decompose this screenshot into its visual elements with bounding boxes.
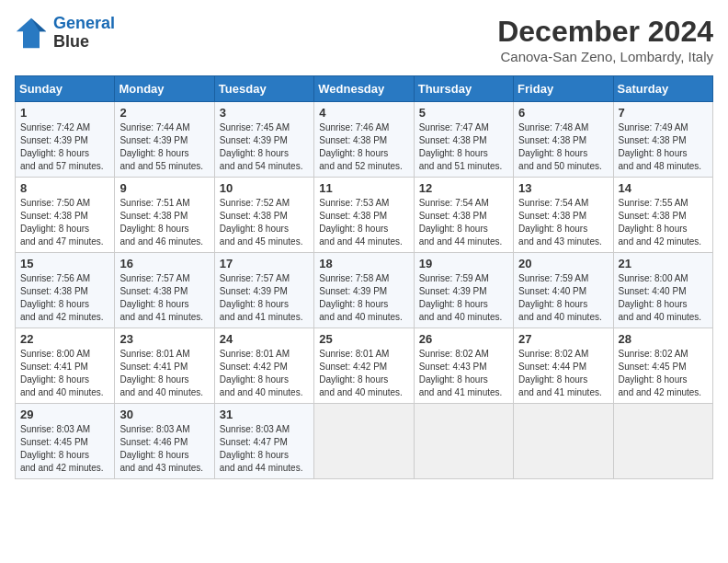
day-cell: 27 Sunrise: 8:02 AMSunset: 4:44 PMDaylig… — [514, 328, 613, 404]
day-number: 5 — [419, 106, 508, 120]
day-info: Sunrise: 7:48 AMSunset: 4:38 PMDaylight:… — [518, 121, 608, 173]
day-number: 26 — [419, 332, 508, 346]
day-number: 23 — [119, 332, 209, 346]
day-info: Sunrise: 8:02 AMSunset: 4:45 PMDaylight:… — [619, 348, 708, 399]
day-number: 30 — [119, 408, 209, 421]
day-number: 27 — [518, 332, 608, 346]
day-cell: 24 Sunrise: 8:01 AMSunset: 4:42 PMDaylig… — [214, 328, 313, 404]
day-cell: 10 Sunrise: 7:52 AMSunset: 4:38 PMDaylig… — [214, 178, 313, 253]
day-number: 24 — [220, 332, 309, 346]
day-info: Sunrise: 7:57 AMSunset: 4:39 PMDaylight:… — [220, 272, 309, 324]
day-cell: 11 Sunrise: 7:53 AMSunset: 4:38 PMDaylig… — [314, 178, 414, 253]
day-number: 12 — [419, 181, 508, 195]
day-info: Sunrise: 8:00 AMSunset: 4:41 PMDaylight:… — [20, 348, 109, 399]
header: General Blue December 2024 Canova-San Ze… — [15, 15, 713, 64]
day-info: Sunrise: 7:49 AMSunset: 4:38 PMDaylight:… — [619, 121, 708, 173]
day-info: Sunrise: 7:56 AMSunset: 4:38 PMDaylight:… — [20, 272, 109, 324]
day-number: 4 — [319, 106, 408, 120]
day-cell: 6 Sunrise: 7:48 AMSunset: 4:38 PMDayligh… — [514, 102, 613, 178]
week-row-3: 15 Sunrise: 7:56 AMSunset: 4:38 PMDaylig… — [16, 253, 713, 328]
weekday-header-monday: Monday — [115, 76, 214, 102]
day-info: Sunrise: 8:03 AMSunset: 4:45 PMDaylight:… — [20, 423, 109, 475]
day-info: Sunrise: 7:52 AMSunset: 4:38 PMDaylight:… — [220, 197, 309, 248]
calendar-body: 1 Sunrise: 7:42 AMSunset: 4:39 PMDayligh… — [16, 102, 713, 479]
day-cell: 1 Sunrise: 7:42 AMSunset: 4:39 PMDayligh… — [16, 102, 115, 178]
weekday-header-saturday: Saturday — [613, 76, 712, 102]
day-info: Sunrise: 7:47 AMSunset: 4:38 PMDaylight:… — [419, 121, 508, 173]
weekday-header-row: SundayMondayTuesdayWednesdayThursdayFrid… — [16, 76, 713, 102]
day-cell: 23 Sunrise: 8:01 AMSunset: 4:41 PMDaylig… — [115, 328, 214, 404]
day-cell: 31 Sunrise: 8:03 AMSunset: 4:47 PMDaylig… — [214, 404, 313, 479]
day-info: Sunrise: 8:01 AMSunset: 4:42 PMDaylight:… — [220, 348, 309, 399]
day-cell: 8 Sunrise: 7:50 AMSunset: 4:38 PMDayligh… — [16, 178, 115, 253]
day-cell: 16 Sunrise: 7:57 AMSunset: 4:38 PMDaylig… — [115, 253, 214, 328]
day-cell: 21 Sunrise: 8:00 AMSunset: 4:40 PMDaylig… — [613, 253, 712, 328]
day-info: Sunrise: 7:57 AMSunset: 4:38 PMDaylight:… — [119, 272, 209, 324]
day-cell — [414, 404, 513, 479]
day-info: Sunrise: 7:44 AMSunset: 4:39 PMDaylight:… — [119, 121, 209, 173]
day-number: 8 — [20, 181, 109, 195]
day-cell: 7 Sunrise: 7:49 AMSunset: 4:38 PMDayligh… — [613, 102, 712, 178]
day-number: 14 — [619, 181, 708, 195]
day-cell: 19 Sunrise: 7:59 AMSunset: 4:39 PMDaylig… — [414, 253, 513, 328]
title-area: December 2024 Canova-San Zeno, Lombardy,… — [497, 15, 713, 64]
weekday-header-wednesday: Wednesday — [314, 76, 414, 102]
week-row-1: 1 Sunrise: 7:42 AMSunset: 4:39 PMDayligh… — [16, 102, 713, 178]
weekday-header-tuesday: Tuesday — [214, 76, 313, 102]
day-number: 29 — [20, 408, 109, 421]
day-cell: 18 Sunrise: 7:58 AMSunset: 4:39 PMDaylig… — [314, 253, 414, 328]
day-cell: 17 Sunrise: 7:57 AMSunset: 4:39 PMDaylig… — [214, 253, 313, 328]
day-cell: 14 Sunrise: 7:55 AMSunset: 4:38 PMDaylig… — [613, 178, 712, 253]
day-info: Sunrise: 8:01 AMSunset: 4:41 PMDaylight:… — [119, 348, 209, 399]
day-number: 22 — [20, 332, 109, 346]
day-cell: 12 Sunrise: 7:54 AMSunset: 4:38 PMDaylig… — [414, 178, 513, 253]
day-info: Sunrise: 8:01 AMSunset: 4:42 PMDaylight:… — [319, 348, 408, 399]
day-info: Sunrise: 7:42 AMSunset: 4:39 PMDaylight:… — [20, 121, 109, 173]
day-cell: 25 Sunrise: 8:01 AMSunset: 4:42 PMDaylig… — [314, 328, 414, 404]
day-number: 1 — [20, 106, 109, 120]
day-cell: 29 Sunrise: 8:03 AMSunset: 4:45 PMDaylig… — [16, 404, 115, 479]
day-number: 21 — [619, 257, 708, 270]
day-info: Sunrise: 8:03 AMSunset: 4:46 PMDaylight:… — [119, 423, 209, 475]
day-info: Sunrise: 8:03 AMSunset: 4:47 PMDaylight:… — [220, 423, 309, 475]
day-cell: 26 Sunrise: 8:02 AMSunset: 4:43 PMDaylig… — [414, 328, 513, 404]
day-cell: 28 Sunrise: 8:02 AMSunset: 4:45 PMDaylig… — [613, 328, 712, 404]
weekday-header-thursday: Thursday — [414, 76, 513, 102]
day-number: 31 — [220, 408, 309, 421]
day-info: Sunrise: 7:50 AMSunset: 4:38 PMDaylight:… — [20, 197, 109, 248]
week-row-4: 22 Sunrise: 8:00 AMSunset: 4:41 PMDaylig… — [16, 328, 713, 404]
day-number: 9 — [119, 181, 209, 195]
day-cell: 4 Sunrise: 7:46 AMSunset: 4:38 PMDayligh… — [314, 102, 414, 178]
day-info: Sunrise: 7:46 AMSunset: 4:38 PMDaylight:… — [319, 121, 408, 173]
day-info: Sunrise: 7:54 AMSunset: 4:38 PMDaylight:… — [419, 197, 508, 248]
day-number: 10 — [220, 181, 309, 195]
month-title: December 2024 — [497, 15, 713, 49]
day-number: 7 — [619, 106, 708, 120]
day-info: Sunrise: 8:00 AMSunset: 4:40 PMDaylight:… — [619, 272, 708, 324]
day-cell: 9 Sunrise: 7:51 AMSunset: 4:38 PMDayligh… — [115, 178, 214, 253]
day-number: 25 — [319, 332, 408, 346]
day-cell: 13 Sunrise: 7:54 AMSunset: 4:38 PMDaylig… — [514, 178, 613, 253]
day-number: 13 — [518, 181, 608, 195]
day-number: 18 — [319, 257, 408, 270]
location-title: Canova-San Zeno, Lombardy, Italy — [497, 49, 713, 64]
day-number: 16 — [119, 257, 209, 270]
day-number: 3 — [220, 106, 309, 120]
day-cell: 15 Sunrise: 7:56 AMSunset: 4:38 PMDaylig… — [16, 253, 115, 328]
day-cell: 3 Sunrise: 7:45 AMSunset: 4:39 PMDayligh… — [214, 102, 313, 178]
day-number: 17 — [220, 257, 309, 270]
day-cell — [514, 404, 613, 479]
day-number: 11 — [319, 181, 408, 195]
day-cell: 5 Sunrise: 7:47 AMSunset: 4:38 PMDayligh… — [414, 102, 513, 178]
day-cell: 22 Sunrise: 8:00 AMSunset: 4:41 PMDaylig… — [16, 328, 115, 404]
logo: General Blue — [15, 15, 115, 52]
day-info: Sunrise: 7:58 AMSunset: 4:39 PMDaylight:… — [319, 272, 408, 324]
logo-blue: Blue — [53, 32, 89, 51]
day-cell: 30 Sunrise: 8:03 AMSunset: 4:46 PMDaylig… — [115, 404, 214, 479]
calendar-table: SundayMondayTuesdayWednesdayThursdayFrid… — [15, 75, 713, 479]
day-info: Sunrise: 8:02 AMSunset: 4:43 PMDaylight:… — [419, 348, 508, 399]
weekday-header-sunday: Sunday — [16, 76, 115, 102]
week-row-5: 29 Sunrise: 8:03 AMSunset: 4:45 PMDaylig… — [16, 404, 713, 479]
day-info: Sunrise: 7:59 AMSunset: 4:39 PMDaylight:… — [419, 272, 508, 324]
week-row-2: 8 Sunrise: 7:50 AMSunset: 4:38 PMDayligh… — [16, 178, 713, 253]
